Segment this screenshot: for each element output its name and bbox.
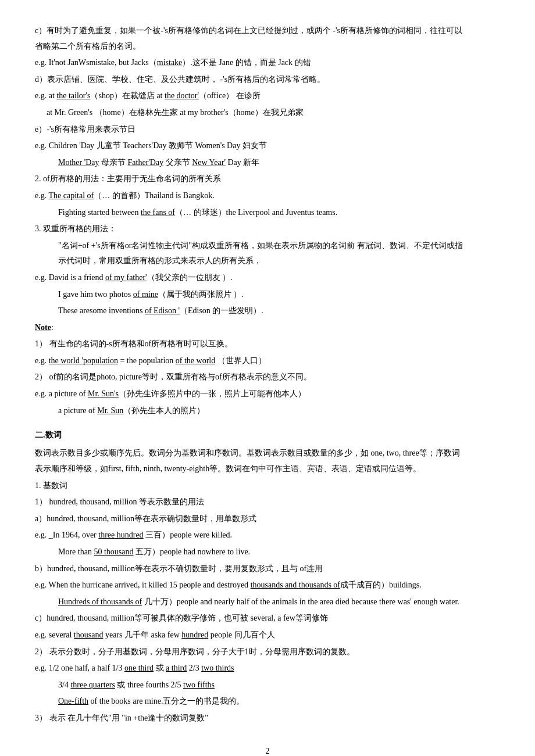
eg-frac2: 3/4 three quarters 或 three fourths 2/5 t… xyxy=(35,678,500,693)
s1-2: 2） 表示分数时，分子用基数词，分母用序数词，分子大于1时，分母需用序数词的复数… xyxy=(35,644,500,660)
section-c-label: c）有时为了避免重复，如果一个被-'s所有格修饰的名词在上文已经提到过，或两个 … xyxy=(35,26,462,35)
eg-e1: e.g. Children 'Day 儿童节 Teachers'Day 教师节 … xyxy=(35,138,500,154)
eg-c1: e.g. It'not JanWsmistake, but Jacks（mist… xyxy=(35,55,500,71)
eg-frac3-text: One-fifth of the books are mine.五分之一的书是我… xyxy=(58,697,244,705)
eg-3-2: I gave him two photos of mine（属于我的两张照片 ）… xyxy=(35,287,500,303)
s1-1: 1） hundred, thousand, million 等表示数量的用法 xyxy=(35,495,500,510)
eg-d2: at Mr. Green's （home）在格林先生家 at my brothe… xyxy=(35,105,500,121)
eg-frac1: e.g. 1/2 one half, a half 1/3 one third … xyxy=(35,661,500,676)
note-2: 2） of前的名词是photo, picture等时，双重所有格与of所有格表示… xyxy=(35,370,500,385)
s1-b: b）hundred, thousand, million等在表示不确切数量时，要… xyxy=(35,561,500,577)
eg-3-2-text: I gave him two photos of mine（属于我的两张照片 ）… xyxy=(58,290,244,299)
eg-2-2: Fighting started between the fans of（… 的… xyxy=(35,205,500,221)
eg-3-1: e.g. David is a friend of my father'（我父亲… xyxy=(35,270,500,286)
eg-frac1-text: e.g. 1/2 one half, a half 1/3 one third … xyxy=(35,664,234,672)
eg-d1-text: e.g. at the tailor's（shop）在裁缝店 at the do… xyxy=(35,91,261,100)
eg-note1: e.g. the world 'population = the populat… xyxy=(35,353,500,369)
s1-3: 3） 表示 在几十年代"用 "in +the逢十的数词复数" xyxy=(35,711,500,726)
eg-2-1-text: e.g. The capital of（… 的首都）Thailand is Ba… xyxy=(35,191,215,200)
s1-c: c）hundred, thousand, million等可被具体的数字修饰，也… xyxy=(35,611,500,626)
eg-3-3-text: These aresome inventions of Edison '（Edi… xyxy=(58,306,263,315)
section-e-text: e）-'s所有格常用来表示节日 xyxy=(35,125,135,134)
page-container: c）有时为了避免重复，如果一个被-'s所有格修饰的名词在上文已经提到过，或两个 … xyxy=(35,23,500,756)
er-title-text: 二.数词 xyxy=(35,431,62,439)
eg-s1a-1: e.g. _In 1964, over three hundred 三百）peo… xyxy=(35,528,500,543)
eg-note1-text: e.g. the world 'population = the populat… xyxy=(35,356,266,365)
page-number-text: 2 xyxy=(266,747,270,755)
section-er-title: 二.数词 xyxy=(35,428,500,442)
eg-s1b-2: Hundreds of thousands of 几十万）people and … xyxy=(35,594,500,610)
section-3: 3. 双重所有格的用法： xyxy=(35,221,500,237)
eg-s1c-1-text: e.g. several thousand years 几千年 aska few… xyxy=(35,630,275,639)
eg-note2-1-text: e.g. a picture of Mr. Sun's（孙先生许多照片中的一张，… xyxy=(35,389,306,398)
note-header: Note: xyxy=(35,320,500,336)
eg-e2: Mother 'Day 母亲节 Father'Day 父亲节 New Year'… xyxy=(35,155,500,171)
eg-d2-text: at Mr. Green's （home）在格林先生家 at my brothe… xyxy=(47,108,304,117)
eg-s1c-1: e.g. several thousand years 几千年 aska few… xyxy=(35,628,500,643)
eg-e2-col1: Mother 'Day 母亲节 xyxy=(58,158,128,167)
s1-a: a）hundred, thousand, million等在表示确切数量时，用单… xyxy=(35,511,500,527)
note-1-text: 1） 有生命的名词的-s所有格和of所有格有时可以互换。 xyxy=(35,339,233,348)
eg-e1-col3: Women's Day 妇女节 xyxy=(195,141,267,150)
er-intro: 数词表示数目多少或顺序先后。数词分为基数词和序数词。基数词表示数目或数量的多少，… xyxy=(35,446,500,476)
section-d: d）表示店铺、医院、学校、住宅、及公共建筑时， -'s所有格后的名词常常省略。 xyxy=(35,72,500,88)
s1-jishu: 1. 基数词 xyxy=(35,478,500,494)
note-colon: : xyxy=(51,323,54,332)
eg-s1b-1-text: e.g. When the hurricane arrived, it kill… xyxy=(35,581,422,589)
eg-note2-2-text: a picture of Mr. Sun（孙先生本人的照片） xyxy=(58,406,205,415)
eg-note2-1: e.g. a picture of Mr. Sun's（孙先生许多照片中的一张，… xyxy=(35,386,500,402)
eg-d1: e.g. at the tailor's（shop）在裁缝店 at the do… xyxy=(35,88,500,104)
eg-3-3: These aresome inventions of Edison '（Edi… xyxy=(35,303,500,319)
eg-2-1: e.g. The capital of（… 的首都）Thailand is Ba… xyxy=(35,188,500,204)
section-e: e）-'s所有格常用来表示节日 xyxy=(35,122,500,138)
eg-s1a-2: More than 50 thousand 五万）people had nowh… xyxy=(35,544,500,560)
eg-c1-text: e.g. It'not JanWsmistake, but Jacks（mist… xyxy=(35,58,311,67)
s1-a-text: a）hundred, thousand, million等在表示确切数量时，用单… xyxy=(35,514,256,523)
section-c-text2: 省略第二个所有格后的名词。 xyxy=(35,42,141,51)
page-number: 2 xyxy=(35,744,500,756)
eg-frac3: One-fifth of the books are mine.五分之一的书是我… xyxy=(35,694,500,710)
eg-e1-col1: e.g. Children 'Day 儿童节 xyxy=(35,141,123,150)
section-2-text: 2. of所有格的用法：主要用于无生命名词的所有关系 xyxy=(35,174,221,183)
note-1: 1） 有生命的名词的-s所有格和of所有格有时可以互换。 xyxy=(35,336,500,352)
er-intro-text: 数词表示数目多少或顺序先后。数词分为基数词和序数词。基数词表示数目或数量的多少，… xyxy=(35,449,460,457)
s1-1-text: 1） hundred, thousand, million 等表示数量的用法 xyxy=(35,497,204,506)
eg-e2-col3: New Year' Day 新年 xyxy=(192,158,259,167)
s1-2-text: 2） 表示分数时，分子用基数词，分母用序数词，分子大于1时，分母需用序数词的复数… xyxy=(35,647,355,656)
eg-s1a-1-text: e.g. _In 1964, over three hundred 三百）peo… xyxy=(35,531,232,539)
s1-jishu-text: 1. 基数词 xyxy=(35,481,67,490)
eg-3-1-text: e.g. David is a friend of my father'（我父亲… xyxy=(35,273,233,282)
s3-text1: "名词+of +'s所有格or名词性物主代词"构成双重所有格，如果在表示所属物的… xyxy=(35,238,500,269)
er-intro-text2: 表示顺序和等级，如first, fifth, ninth, twenty-eig… xyxy=(35,464,421,473)
eg-note2-2: a picture of Mr. Sun（孙先生本人的照片） xyxy=(35,403,500,419)
section-3-text: 3. 双重所有格的用法： xyxy=(35,224,116,233)
eg-e1-col2: Teachers'Day 教师节 xyxy=(123,141,195,150)
eg-frac2-text: 3/4 three quarters 或 three fourths 2/5 t… xyxy=(58,680,215,689)
s1-3-text: 3） 表示 在几十年代"用 "in +the逢十的数词复数" xyxy=(35,714,208,722)
eg-s1b-2-text1: Hundreds of thousands of 几十万）people and … xyxy=(58,597,459,606)
eg-2-2-text: Fighting started between the fans of（… 的… xyxy=(58,208,337,217)
eg-s1a-2-text: More than 50 thousand 五万）people had nowh… xyxy=(58,547,250,556)
s3-intro2: 示代词时，常用双重所有格的形式来表示人的所有关系， xyxy=(58,256,262,265)
note-label: Note xyxy=(35,323,51,332)
s3-intro: "名词+of +'s所有格or名词性物主代词"构成双重所有格，如果在表示所属物的… xyxy=(58,241,463,250)
note-2-text: 2） of前的名词是photo, picture等时，双重所有格与of所有格表示… xyxy=(35,372,312,381)
eg-s1b-1: e.g. When the hurricane arrived, it kill… xyxy=(35,578,500,593)
section-2: 2. of所有格的用法：主要用于无生命名词的所有关系 xyxy=(35,171,500,187)
eg-e2-col2: Father'Day 父亲节 xyxy=(128,158,192,167)
s1-b-text: b）hundred, thousand, million等在表示不确切数量时，要… xyxy=(35,564,323,573)
section-c: c）有时为了避免重复，如果一个被-'s所有格修饰的名词在上文已经提到过，或两个 … xyxy=(35,23,500,54)
section-d-text: d）表示店铺、医院、学校、住宅、及公共建筑时， -'s所有格后的名词常常省略。 xyxy=(35,75,325,84)
s1-c-text: c）hundred, thousand, million等可被具体的数字修饰，也… xyxy=(35,614,328,622)
